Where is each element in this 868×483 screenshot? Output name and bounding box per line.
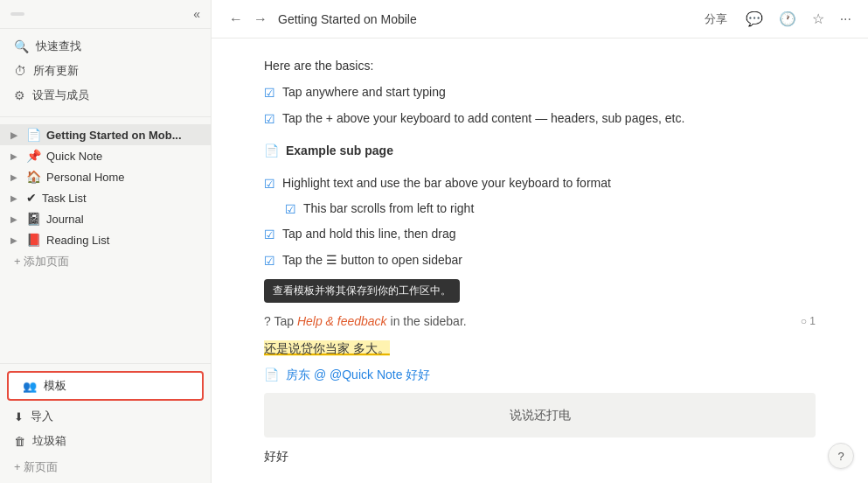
- sidebar-item-settings-label: 设置与成员: [32, 88, 89, 103]
- forward-button[interactable]: →: [250, 10, 271, 29]
- page-title: Getting Started on Mobile: [278, 12, 692, 26]
- sidebar-item-search[interactable]: 🔍 快速查找: [0, 34, 211, 59]
- arrow-icon: ▶: [10, 193, 23, 203]
- search-icon: 🔍: [14, 39, 29, 53]
- page-item-personal-home[interactable]: ▶ 🏠 Personal Home: [0, 166, 211, 187]
- page-item-journal[interactable]: ▶ 📓 Journal: [0, 208, 211, 229]
- import-label: 导入: [31, 409, 53, 424]
- link-text: 房东 @ @Quick Note 好好: [286, 365, 430, 384]
- nav-buttons: ← →: [226, 10, 271, 29]
- arrow-icon: ▶: [10, 214, 23, 224]
- tooltip-bar: 查看模板并将其保存到你的工作区中。: [264, 279, 460, 303]
- page-item-label: Quick Note: [46, 150, 204, 163]
- feedback-line: ? Tap Help & feedback in the sidebar. ○ …: [264, 312, 816, 331]
- add-page-button[interactable]: + 添加页面: [0, 250, 211, 273]
- new-page-button[interactable]: + 新页面: [0, 455, 211, 480]
- checkbox-checked-icon: ☑: [285, 200, 296, 219]
- subpage-doc-icon: 📄: [264, 141, 279, 160]
- checklist-item-2: ☑ Tap the + above your keyboard to add c…: [264, 108, 816, 129]
- checklist-item-1: ☑ Tap anywhere and start typing: [264, 82, 816, 102]
- checkbox-checked-icon: ☑: [264, 83, 275, 102]
- sidebar-bottom: 👥 模板 查看模板并将其保存到你的工作区中。 ⬇ 导入 🗑 垃圾箱 + 新页面: [0, 363, 211, 483]
- new-page-label: + 新页面: [14, 459, 58, 475]
- page-item-label: Task List: [42, 192, 204, 205]
- page-item-label: Journal: [46, 213, 204, 226]
- page-doc-icon: 📄: [26, 128, 41, 142]
- sidebar-divider: [0, 116, 211, 117]
- feedback-text: ? Tap Help & feedback in the sidebar.: [264, 312, 467, 331]
- back-button[interactable]: ←: [226, 10, 247, 29]
- help-button[interactable]: ?: [828, 443, 854, 469]
- link-prefix: 房东 @ @Quick Note: [286, 368, 402, 382]
- sidebar-item-settings[interactable]: ⚙ 设置与成员: [0, 83, 211, 108]
- sidebar-menu: 🔍 快速查找 ⏱ 所有更新 ⚙ 设置与成员: [0, 29, 211, 113]
- page-item-getting-started[interactable]: ▶ 📄 Getting Started on Mob...: [0, 124, 211, 145]
- feedback-link[interactable]: Help & feedback: [297, 314, 387, 328]
- sidebar-item-search-label: 快速查找: [36, 38, 81, 54]
- checklist-text: Tap anywhere and start typing: [282, 82, 446, 102]
- text-block-content: 说说还打电: [510, 408, 571, 422]
- sidebar-item-updates[interactable]: ⏱ 所有更新: [0, 59, 211, 83]
- arrow-icon: ▶: [10, 235, 23, 245]
- template-icon: 👥: [23, 380, 37, 393]
- arrow-icon: ▶: [10, 151, 23, 161]
- highlight-block: 还是说贷你当家 多大。: [264, 339, 816, 358]
- checkbox-checked-icon: ☑: [264, 109, 275, 129]
- collapse-button[interactable]: «: [193, 7, 200, 21]
- link-item[interactable]: 📄 房东 @ @Quick Note 好好: [264, 365, 816, 384]
- trash-button[interactable]: 🗑 垃圾箱: [0, 429, 211, 453]
- sub-checklist-item: ☑ This bar scrolls from left to right: [285, 199, 816, 219]
- page-item-quick-note[interactable]: ▶ 📌 Quick Note: [0, 145, 211, 166]
- page-item-task-list[interactable]: ▶ ✔ Task List: [0, 187, 211, 208]
- checklist-item-4: ☑ Tap and hold this line, then drag: [264, 224, 816, 244]
- page-item-reading-list[interactable]: ▶ 📕 Reading List: [0, 229, 211, 250]
- reading-icon: 📕: [26, 233, 41, 247]
- subpage-item[interactable]: 📄 Example sub page: [264, 136, 816, 165]
- trash-label: 垃圾箱: [32, 433, 66, 449]
- link-doc-icon: 📄: [264, 365, 279, 384]
- page-item-label: Getting Started on Mob...: [46, 129, 204, 142]
- checkbox-checked-icon: ☑: [264, 225, 275, 244]
- import-button[interactable]: ⬇ 导入: [0, 404, 211, 429]
- checklist-text: Highlight text and use the bar above you…: [282, 173, 611, 192]
- topbar-actions: 分享 💬 🕐 ☆ ···: [699, 8, 854, 30]
- subpage-label: Example sub page: [286, 141, 393, 160]
- share-button[interactable]: 分享: [699, 9, 733, 30]
- content-area: Here are the basics: ☑ Tap anywhere and …: [212, 38, 868, 483]
- comment-icon[interactable]: 💬: [743, 8, 766, 30]
- link-suffix: 好好: [406, 368, 430, 382]
- checklist-item-3: ☑ Highlight text and use the bar above y…: [264, 173, 816, 193]
- checklist-item-5: ☑ Tap the ☰ button to open sidebar: [264, 250, 816, 270]
- page-item-label: Reading List: [46, 234, 204, 247]
- add-page-label: + 添加页面: [14, 254, 69, 270]
- sidebar: « 🔍 快速查找 ⏱ 所有更新 ⚙ 设置与成员 ▶ 📄 Getting Star…: [0, 0, 212, 483]
- template-button[interactable]: 👥 模板: [7, 371, 204, 401]
- favorite-icon[interactable]: ☆: [809, 8, 827, 30]
- main-content: ← → Getting Started on Mobile 分享 💬 🕐 ☆ ·…: [212, 0, 868, 483]
- bottom-text: 好好: [264, 446, 816, 466]
- checklist-text: Tap and hold this line, then drag: [282, 224, 455, 243]
- template-label: 模板: [44, 378, 66, 394]
- checklist-text: Tap the + above your keyboard to add con…: [282, 108, 684, 128]
- page-list: ▶ 📄 Getting Started on Mob... ▶ 📌 Quick …: [0, 121, 211, 363]
- checklist-text: Tap the ☰ button to open sidebar: [282, 250, 462, 270]
- topbar: ← → Getting Started on Mobile 分享 💬 🕐 ☆ ·…: [212, 0, 868, 38]
- comment-count: ○ 1: [801, 313, 816, 330]
- home-icon: 🏠: [26, 170, 41, 184]
- pin-icon: 📌: [26, 149, 41, 163]
- page-item-label: Personal Home: [46, 171, 204, 184]
- feedback-suffix: in the sidebar.: [391, 314, 467, 328]
- section-heading: Here are the basics:: [264, 56, 816, 75]
- clock-icon[interactable]: 🕐: [776, 8, 799, 30]
- import-icon: ⬇: [14, 410, 24, 424]
- arrow-icon: ▶: [10, 172, 23, 182]
- checklist-text: This bar scrolls from left to right: [303, 199, 474, 218]
- template-wrapper: 👥 模板 查看模板并将其保存到你的工作区中。: [0, 371, 211, 401]
- journal-icon: 📓: [26, 212, 41, 226]
- gear-icon: ⚙: [14, 88, 25, 102]
- more-icon[interactable]: ···: [837, 9, 854, 30]
- arrow-icon: ▶: [10, 130, 23, 140]
- checkbox-checked-icon: ☑: [264, 174, 275, 193]
- workspace-name[interactable]: [10, 12, 24, 16]
- content-section: Here are the basics: ☑ Tap anywhere and …: [264, 56, 816, 466]
